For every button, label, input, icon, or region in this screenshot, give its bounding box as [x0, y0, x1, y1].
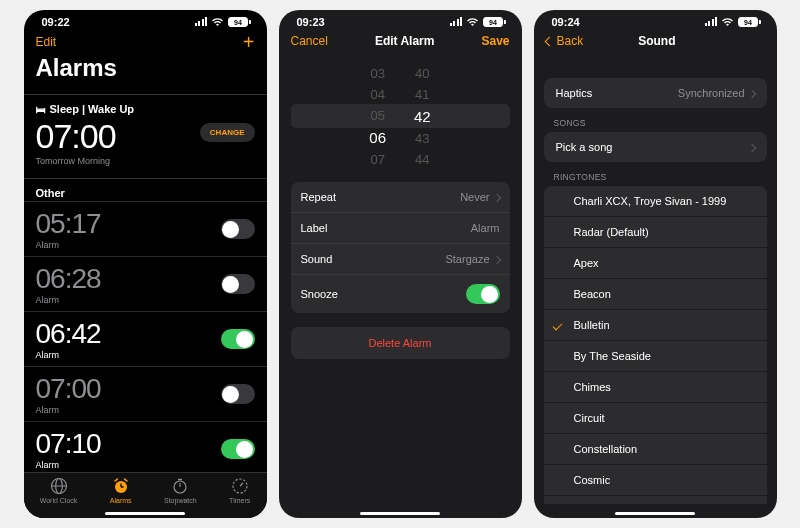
sound-cell[interactable]: Sound Stargaze: [291, 244, 510, 275]
tab-worldclock[interactable]: World Clock: [40, 477, 78, 504]
alarm-label: Alarm: [36, 460, 101, 470]
cancel-button[interactable]: Cancel: [291, 34, 328, 48]
delete-alarm-button[interactable]: Delete Alarm: [291, 327, 510, 359]
pick-song-label: Pick a song: [556, 141, 613, 153]
haptics-cell[interactable]: Haptics Synchronized: [544, 78, 767, 108]
ringtone-cell[interactable]: Apex: [544, 248, 767, 279]
add-alarm-button[interactable]: +: [243, 34, 255, 50]
alarm-icon: [112, 477, 130, 495]
minute-wheel[interactable]: 4041424344: [414, 60, 431, 170]
alarm-row[interactable]: 05:17 Alarm: [24, 201, 267, 256]
ringtone-cell[interactable]: By The Seaside: [544, 341, 767, 372]
edit-button[interactable]: Edit: [36, 35, 57, 49]
other-section-header: Other: [24, 179, 267, 201]
snooze-cell: Snooze: [291, 275, 510, 313]
ringtone-cell[interactable]: Charli XCX, Troye Sivan - 1999: [544, 186, 767, 217]
alarm-time: 07:00: [36, 373, 101, 405]
alarm-row[interactable]: 06:42 Alarm: [24, 311, 267, 366]
snooze-label: Snooze: [301, 288, 338, 300]
alarm-time: 07:10: [36, 428, 101, 460]
chevron-right-icon: [749, 87, 755, 99]
wifi-icon: [466, 17, 479, 27]
battery-icon: 94: [483, 17, 506, 27]
alarm-label: Alarm: [36, 405, 101, 415]
page-title: Alarms: [24, 54, 267, 90]
alarm-row[interactable]: 07:00 Alarm: [24, 366, 267, 421]
songs-header: SONGS: [534, 108, 777, 132]
status-bar: 09:24 94: [534, 10, 777, 30]
home-indicator[interactable]: [360, 512, 440, 515]
battery-icon: 94: [228, 17, 251, 27]
sound-value: Stargaze: [445, 253, 489, 265]
nav-bar: Back Sound: [534, 30, 777, 52]
hour-wheel[interactable]: 030405060708: [369, 60, 386, 170]
svg-line-6: [115, 479, 118, 481]
ringtone-cell[interactable]: Constellation: [544, 434, 767, 465]
alarm-toggle[interactable]: [221, 384, 255, 404]
alarm-toggle[interactable]: [221, 439, 255, 459]
status-bar: 09:23 94: [279, 10, 522, 30]
cellular-icon: [195, 18, 208, 26]
repeat-value: Never: [460, 191, 489, 203]
ringtones-header: RINGTONES: [534, 162, 777, 186]
alarm-toggle[interactable]: [221, 219, 255, 239]
alarm-row[interactable]: 07:10 Alarm: [24, 421, 267, 476]
alarm-time: 06:42: [36, 318, 101, 350]
tab-timers[interactable]: Timers: [229, 477, 250, 504]
ringtone-cell[interactable]: Chimes: [544, 372, 767, 403]
alarm-toggle[interactable]: [221, 329, 255, 349]
home-indicator[interactable]: [615, 512, 695, 515]
chevron-right-icon: [749, 141, 755, 153]
sleep-alarm-row[interactable]: 07:00 Tomorrow Morning CHANGE: [24, 117, 267, 174]
wifi-icon: [721, 17, 734, 27]
alarm-time: 05:17: [36, 208, 101, 240]
stopwatch-icon: [171, 477, 189, 495]
ringtone-name: Constellation: [574, 443, 638, 455]
snooze-toggle[interactable]: [466, 284, 500, 304]
sleep-subtext: Tomorrow Morning: [36, 156, 255, 166]
cellular-icon: [450, 18, 463, 26]
ringtone-name: Charli XCX, Troye Sivan - 1999: [574, 195, 727, 207]
sound-label: Sound: [301, 253, 333, 265]
cellular-icon: [705, 18, 718, 26]
clock-time: 09:24: [552, 16, 580, 28]
status-bar: 09:22 94: [24, 10, 267, 30]
ringtone-cell[interactable]: Bulletin: [544, 310, 767, 341]
ringtone-cell[interactable]: Beacon: [544, 279, 767, 310]
ringtone-cell[interactable]: Cosmic: [544, 465, 767, 496]
home-indicator[interactable]: [105, 512, 185, 515]
change-button[interactable]: CHANGE: [200, 123, 255, 142]
edit-alarm-screen: 09:23 94 Cancel Edit Alarm Save 03040506…: [279, 10, 522, 518]
ringtone-cell[interactable]: Radar (Default): [544, 217, 767, 248]
save-button[interactable]: Save: [481, 34, 509, 48]
haptics-value: Synchronized: [678, 87, 745, 99]
ringtone-cell[interactable]: Crystals: [544, 496, 767, 504]
sleep-section-header: Sleep | Wake Up: [24, 95, 267, 117]
tab-alarms[interactable]: Alarms: [110, 477, 132, 504]
back-button[interactable]: Back: [546, 34, 584, 48]
alarm-row[interactable]: 06:28 Alarm: [24, 256, 267, 311]
repeat-cell[interactable]: Repeat Never: [291, 182, 510, 213]
ringtone-name: Chimes: [574, 381, 611, 393]
ringtone-cell[interactable]: Circuit: [544, 403, 767, 434]
wifi-icon: [211, 17, 224, 27]
svg-line-12: [240, 483, 243, 486]
haptics-label: Haptics: [556, 87, 593, 99]
alarm-label: Alarm: [36, 240, 101, 250]
tab-stopwatch[interactable]: Stopwatch: [164, 477, 197, 504]
label-value: Alarm: [471, 222, 500, 234]
alarms-screen: 09:22 94 Edit + Alarms Sleep | Wake Up 0…: [24, 10, 267, 518]
battery-icon: 94: [738, 17, 761, 27]
time-picker[interactable]: 030405060708 4041424344: [291, 60, 510, 170]
svg-line-7: [124, 479, 127, 481]
nav-bar: Edit +: [24, 30, 267, 54]
page-title: Edit Alarm: [375, 34, 435, 48]
alarm-toggle[interactable]: [221, 274, 255, 294]
ringtone-name: Beacon: [574, 288, 611, 300]
ringtone-name: Apex: [574, 257, 599, 269]
pick-song-cell[interactable]: Pick a song: [544, 132, 767, 162]
page-title: Sound: [638, 34, 675, 48]
sound-screen: 09:24 94 Back Sound Haptics Synchronized…: [534, 10, 777, 518]
ringtone-name: Radar (Default): [574, 226, 649, 238]
label-cell[interactable]: Label Alarm: [291, 213, 510, 244]
